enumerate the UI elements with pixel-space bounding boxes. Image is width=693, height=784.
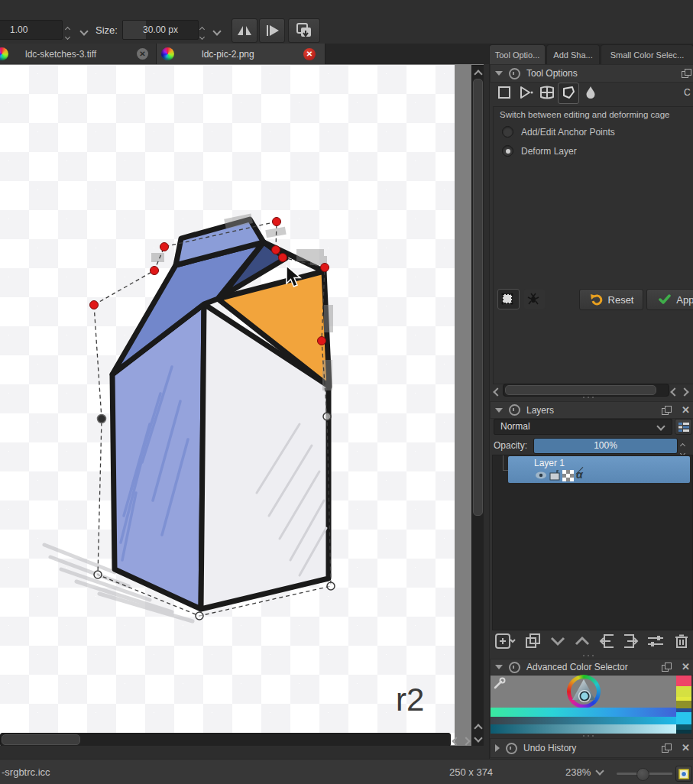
radio-icon[interactable] bbox=[502, 145, 513, 157]
float-docker-icon[interactable] bbox=[682, 69, 691, 77]
blend-mode-dropdown[interactable]: Normal bbox=[494, 419, 672, 435]
docker-tab-small-color-selector[interactable]: Small Color Selec... bbox=[601, 44, 693, 64]
scroll-left-icon[interactable] bbox=[453, 736, 459, 746]
reset-button[interactable]: Reset bbox=[579, 289, 643, 310]
docker-tab-tool-options[interactable]: Tool Optio... bbox=[489, 44, 546, 64]
duplicate-layer-button[interactable] bbox=[523, 632, 543, 650]
alpha-checkerboard-icon[interactable] bbox=[562, 470, 574, 481]
canvas-viewport[interactable]: r2 bbox=[0, 64, 484, 746]
transform-warp-button[interactable] bbox=[538, 84, 556, 103]
float-docker-icon[interactable] bbox=[662, 406, 672, 414]
docker-splitter-handle[interactable] bbox=[583, 655, 594, 656]
color-swatch[interactable] bbox=[676, 724, 691, 730]
undo-history-header[interactable]: Undo History ✕ bbox=[490, 738, 693, 758]
scroll-right-icon[interactable] bbox=[682, 387, 688, 397]
hscroll-thumb[interactable] bbox=[2, 734, 80, 745]
alpha-lock-icon[interactable]: α bbox=[576, 468, 590, 481]
collapse-docker-icon[interactable] bbox=[495, 71, 503, 76]
zoom-slider-knob[interactable] bbox=[636, 768, 649, 781]
cage-anchor[interactable] bbox=[98, 415, 106, 423]
tool-options-hscroll[interactable] bbox=[490, 384, 693, 396]
layer-row-selected[interactable]: Layer 1 α bbox=[508, 456, 690, 483]
cage-anchor[interactable] bbox=[94, 571, 102, 578]
document-tab-sketches[interactable]: ldc-sketches-3.tiff ✕ bbox=[0, 44, 157, 64]
panel-splitter[interactable] bbox=[484, 64, 489, 759]
scroll-up-icon[interactable] bbox=[475, 69, 481, 79]
scroll-track[interactable] bbox=[503, 384, 669, 397]
scroll-left-icon[interactable] bbox=[494, 387, 500, 397]
radio-icon[interactable] bbox=[502, 126, 513, 138]
collapse-docker-icon[interactable] bbox=[495, 408, 503, 413]
layer-list[interactable]: Layer 1 α bbox=[492, 455, 693, 630]
transform-free-button[interactable] bbox=[496, 84, 513, 103]
apply-button[interactable]: Apply bbox=[646, 289, 693, 310]
zoom-level-dropdown[interactable]: 238% bbox=[565, 766, 603, 778]
move-layer-up-button[interactable] bbox=[572, 632, 592, 650]
layers-header[interactable]: Layers ✕ bbox=[490, 401, 693, 419]
move-layer-down-button[interactable] bbox=[548, 632, 568, 650]
color-swatch[interactable] bbox=[676, 701, 691, 708]
cage-anchor[interactable] bbox=[327, 582, 335, 590]
color-swatch[interactable] bbox=[676, 686, 691, 697]
cage-anchor[interactable] bbox=[151, 267, 159, 275]
move-layer-left-button[interactable] bbox=[597, 632, 617, 650]
color-history-swatches[interactable] bbox=[676, 675, 691, 734]
zoom-fit-button[interactable] bbox=[675, 766, 692, 782]
deform-mode-toggle-button[interactable] bbox=[523, 289, 546, 309]
shade-gradient-bar-3[interactable] bbox=[491, 724, 676, 734]
tool-options-header[interactable]: Tool Options bbox=[490, 64, 693, 83]
size-dropdown-icon[interactable] bbox=[214, 26, 220, 37]
tab-close-icon[interactable]: ✕ bbox=[303, 48, 316, 60]
layer-properties-button[interactable] bbox=[646, 632, 665, 650]
cage-anchor[interactable] bbox=[318, 337, 326, 345]
cage-anchor[interactable] bbox=[273, 218, 281, 226]
scroll-thumb[interactable] bbox=[505, 385, 656, 395]
expand-docker-icon[interactable] bbox=[495, 744, 500, 752]
add-layer-button[interactable] bbox=[494, 632, 517, 650]
scroll-left-icon[interactable] bbox=[672, 387, 678, 397]
vscroll-thumb[interactable] bbox=[473, 79, 483, 516]
radio-deform-layer[interactable]: Deform Layer bbox=[502, 145, 577, 157]
color-swatch[interactable] bbox=[676, 730, 691, 734]
transform-liquify-button[interactable] bbox=[582, 84, 599, 103]
docker-tab-add-shape[interactable]: Add Sha... bbox=[546, 44, 600, 64]
cage-anchor[interactable] bbox=[272, 246, 280, 254]
lock-docker-icon[interactable] bbox=[509, 404, 520, 416]
mesh-toggle-button[interactable] bbox=[497, 289, 520, 309]
mirror-vertical-button[interactable] bbox=[259, 18, 285, 43]
canvas-document[interactable]: r2 bbox=[0, 65, 455, 745]
color-swatch[interactable] bbox=[676, 712, 691, 724]
color-swatch[interactable] bbox=[676, 675, 691, 686]
settings-wrench-icon[interactable] bbox=[494, 677, 506, 689]
float-docker-icon[interactable] bbox=[662, 663, 672, 671]
scroll-down-icon[interactable] bbox=[475, 733, 481, 744]
layer-style-icon[interactable] bbox=[549, 470, 561, 481]
advanced-color-selector-header[interactable]: Advanced Color Selector ✕ bbox=[490, 659, 693, 675]
close-docker-icon[interactable]: ✕ bbox=[682, 662, 690, 672]
cage-anchor[interactable] bbox=[323, 413, 331, 420]
visibility-eye-icon[interactable] bbox=[535, 471, 547, 480]
layer-filter-button[interactable] bbox=[675, 419, 692, 435]
cage-anchor[interactable] bbox=[90, 301, 99, 309]
docker-splitter-handle[interactable] bbox=[583, 397, 594, 398]
delete-layer-button[interactable] bbox=[672, 632, 691, 650]
opacity-input[interactable]: 1.00 bbox=[0, 20, 63, 40]
tab-close-icon[interactable]: ✕ bbox=[137, 48, 148, 60]
layer-opacity-slider[interactable]: 100% bbox=[533, 438, 678, 454]
sv-triangle[interactable] bbox=[567, 675, 601, 708]
float-docker-icon[interactable] bbox=[662, 744, 672, 752]
move-layer-right-button[interactable] bbox=[621, 632, 641, 650]
cage-anchor[interactable] bbox=[196, 612, 203, 620]
shade-gradient-bar-2[interactable] bbox=[491, 717, 676, 724]
scroll-up-icon[interactable] bbox=[475, 723, 481, 734]
radio-add-edit-anchor-points[interactable]: Add/Edit Anchor Points bbox=[502, 126, 615, 138]
canvas-hscrollbar[interactable] bbox=[0, 733, 451, 746]
transform-cage-button-selected[interactable] bbox=[558, 83, 579, 104]
color-wheel[interactable] bbox=[567, 675, 601, 708]
mirror-horizontal-button[interactable] bbox=[232, 18, 257, 43]
color-selector-body[interactable] bbox=[491, 675, 691, 734]
close-docker-icon[interactable]: ✕ bbox=[682, 743, 690, 753]
deform-cage-overlay[interactable]: r2 bbox=[0, 65, 455, 745]
scroll-right-icon[interactable] bbox=[463, 736, 469, 746]
cage-anchor[interactable] bbox=[279, 254, 287, 262]
